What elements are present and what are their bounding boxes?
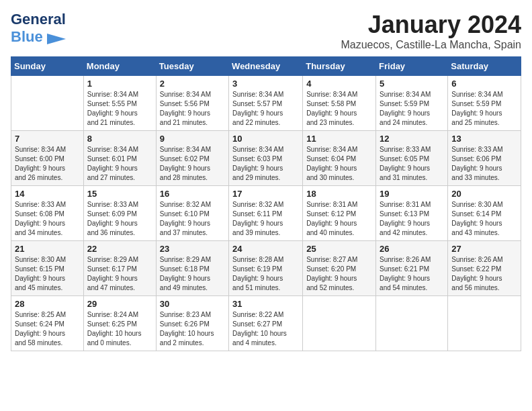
day-info: Sunrise: 8:23 AM Sunset: 6:26 PM Dayligh… — [160, 310, 225, 348]
day-info: Sunrise: 8:34 AM Sunset: 5:59 PM Dayligh… — [451, 90, 517, 128]
calendar-cell: 6Sunrise: 8:34 AM Sunset: 5:59 PM Daylig… — [448, 76, 521, 131]
calendar-cell: 14Sunrise: 8:33 AM Sunset: 6:08 PM Dayli… — [11, 186, 84, 241]
day-number: 21 — [15, 244, 80, 254]
logo-general: General — [11, 11, 66, 28]
day-info: Sunrise: 8:26 AM Sunset: 6:21 PM Dayligh… — [380, 255, 444, 293]
calendar-cell: 26Sunrise: 8:26 AM Sunset: 6:21 PM Dayli… — [376, 241, 448, 296]
calendar-cell: 8Sunrise: 8:34 AM Sunset: 6:01 PM Daylig… — [83, 131, 156, 186]
day-number: 25 — [306, 244, 372, 254]
day-number: 31 — [232, 299, 299, 309]
day-number: 17 — [232, 189, 299, 199]
day-info: Sunrise: 8:31 AM Sunset: 6:13 PM Dayligh… — [380, 200, 444, 238]
day-info: Sunrise: 8:28 AM Sunset: 6:19 PM Dayligh… — [232, 255, 299, 293]
logo: General Blue — [11, 11, 69, 46]
calendar-body: 1Sunrise: 8:34 AM Sunset: 5:55 PM Daylig… — [11, 76, 521, 351]
day-info: Sunrise: 8:32 AM Sunset: 6:11 PM Dayligh… — [232, 200, 299, 238]
calendar-table: SundayMondayTuesdayWednesdayThursdayFrid… — [11, 56, 521, 351]
header-cell-sunday: Sunday — [11, 57, 84, 76]
week-row-3: 21Sunrise: 8:30 AM Sunset: 6:15 PM Dayli… — [11, 241, 521, 296]
calendar-cell: 20Sunrise: 8:30 AM Sunset: 6:14 PM Dayli… — [448, 186, 521, 241]
calendar-header: SundayMondayTuesdayWednesdayThursdayFrid… — [11, 57, 521, 76]
calendar-cell: 31Sunrise: 8:22 AM Sunset: 6:27 PM Dayli… — [229, 296, 303, 351]
day-number: 5 — [380, 79, 444, 89]
calendar-cell: 3Sunrise: 8:34 AM Sunset: 5:57 PM Daylig… — [229, 76, 303, 131]
day-info: Sunrise: 8:34 AM Sunset: 6:02 PM Dayligh… — [160, 145, 225, 183]
header-row: SundayMondayTuesdayWednesdayThursdayFrid… — [11, 57, 521, 76]
svg-marker-0 — [47, 34, 66, 44]
day-number: 20 — [451, 189, 517, 199]
calendar-cell: 16Sunrise: 8:32 AM Sunset: 6:10 PM Dayli… — [156, 186, 228, 241]
week-row-4: 28Sunrise: 8:25 AM Sunset: 6:24 PM Dayli… — [11, 296, 521, 351]
day-number: 27 — [451, 244, 517, 254]
day-number: 11 — [306, 134, 372, 144]
calendar-cell — [11, 76, 84, 131]
day-info: Sunrise: 8:22 AM Sunset: 6:27 PM Dayligh… — [232, 310, 299, 348]
day-info: Sunrise: 8:33 AM Sunset: 6:05 PM Dayligh… — [380, 145, 444, 183]
day-info: Sunrise: 8:26 AM Sunset: 6:22 PM Dayligh… — [451, 255, 517, 293]
calendar-cell: 28Sunrise: 8:25 AM Sunset: 6:24 PM Dayli… — [11, 296, 84, 351]
day-info: Sunrise: 8:34 AM Sunset: 6:03 PM Dayligh… — [232, 145, 299, 183]
day-number: 29 — [87, 299, 152, 309]
header-cell-monday: Monday — [83, 57, 156, 76]
day-info: Sunrise: 8:30 AM Sunset: 6:15 PM Dayligh… — [15, 255, 80, 293]
logo-icon — [47, 32, 69, 46]
day-info: Sunrise: 8:29 AM Sunset: 6:18 PM Dayligh… — [160, 255, 225, 293]
day-info: Sunrise: 8:27 AM Sunset: 6:20 PM Dayligh… — [306, 255, 372, 293]
calendar-cell: 18Sunrise: 8:31 AM Sunset: 6:12 PM Dayli… — [303, 186, 376, 241]
day-number: 13 — [451, 134, 517, 144]
header-cell-tuesday: Tuesday — [156, 57, 228, 76]
calendar-cell: 13Sunrise: 8:33 AM Sunset: 6:06 PM Dayli… — [448, 131, 521, 186]
day-info: Sunrise: 8:34 AM Sunset: 5:57 PM Dayligh… — [232, 90, 299, 128]
day-number: 1 — [87, 79, 152, 89]
header-cell-wednesday: Wednesday — [229, 57, 303, 76]
day-number: 7 — [15, 134, 80, 144]
day-info: Sunrise: 8:34 AM Sunset: 6:04 PM Dayligh… — [306, 145, 372, 183]
day-info: Sunrise: 8:24 AM Sunset: 6:25 PM Dayligh… — [87, 310, 152, 348]
day-number: 10 — [232, 134, 299, 144]
day-info: Sunrise: 8:34 AM Sunset: 5:56 PM Dayligh… — [160, 90, 225, 128]
header-cell-saturday: Saturday — [448, 57, 521, 76]
calendar-cell: 1Sunrise: 8:34 AM Sunset: 5:55 PM Daylig… — [83, 76, 156, 131]
calendar-cell: 4Sunrise: 8:34 AM Sunset: 5:58 PM Daylig… — [303, 76, 376, 131]
day-info: Sunrise: 8:34 AM Sunset: 5:55 PM Dayligh… — [87, 90, 152, 128]
page-header: General Blue January 2024 Mazuecos, Cast… — [11, 11, 521, 51]
day-number: 18 — [306, 189, 372, 199]
title-section: January 2024 Mazuecos, Castille-La Manch… — [341, 11, 521, 51]
calendar-cell: 2Sunrise: 8:34 AM Sunset: 5:56 PM Daylig… — [156, 76, 228, 131]
calendar-cell: 23Sunrise: 8:29 AM Sunset: 6:18 PM Dayli… — [156, 241, 228, 296]
day-number: 16 — [160, 189, 225, 199]
calendar-cell: 19Sunrise: 8:31 AM Sunset: 6:13 PM Dayli… — [376, 186, 448, 241]
day-info: Sunrise: 8:34 AM Sunset: 5:59 PM Dayligh… — [380, 90, 444, 128]
week-row-1: 7Sunrise: 8:34 AM Sunset: 6:00 PM Daylig… — [11, 131, 521, 186]
day-number: 26 — [380, 244, 444, 254]
day-number: 24 — [232, 244, 299, 254]
day-number: 28 — [15, 299, 80, 309]
calendar-cell — [303, 296, 376, 351]
week-row-2: 14Sunrise: 8:33 AM Sunset: 6:08 PM Dayli… — [11, 186, 521, 241]
day-info: Sunrise: 8:33 AM Sunset: 6:09 PM Dayligh… — [87, 200, 152, 238]
calendar-cell — [376, 296, 448, 351]
calendar-cell: 10Sunrise: 8:34 AM Sunset: 6:03 PM Dayli… — [229, 131, 303, 186]
day-number: 9 — [160, 134, 225, 144]
day-info: Sunrise: 8:34 AM Sunset: 6:00 PM Dayligh… — [15, 145, 80, 183]
day-info: Sunrise: 8:34 AM Sunset: 6:01 PM Dayligh… — [87, 145, 152, 183]
day-info: Sunrise: 8:33 AM Sunset: 6:08 PM Dayligh… — [15, 200, 80, 238]
day-number: 12 — [380, 134, 444, 144]
calendar-cell: 9Sunrise: 8:34 AM Sunset: 6:02 PM Daylig… — [156, 131, 228, 186]
logo-blue: Blue — [11, 28, 43, 45]
day-number: 22 — [87, 244, 152, 254]
calendar-cell: 7Sunrise: 8:34 AM Sunset: 6:00 PM Daylig… — [11, 131, 84, 186]
calendar-cell: 25Sunrise: 8:27 AM Sunset: 6:20 PM Dayli… — [303, 241, 376, 296]
calendar-cell: 5Sunrise: 8:34 AM Sunset: 5:59 PM Daylig… — [376, 76, 448, 131]
day-info: Sunrise: 8:31 AM Sunset: 6:12 PM Dayligh… — [306, 200, 372, 238]
day-number: 15 — [87, 189, 152, 199]
day-number: 30 — [160, 299, 225, 309]
day-info: Sunrise: 8:30 AM Sunset: 6:14 PM Dayligh… — [451, 200, 517, 238]
calendar-cell: 27Sunrise: 8:26 AM Sunset: 6:22 PM Dayli… — [448, 241, 521, 296]
day-number: 6 — [451, 79, 517, 89]
day-number: 8 — [87, 134, 152, 144]
calendar-cell: 29Sunrise: 8:24 AM Sunset: 6:25 PM Dayli… — [83, 296, 156, 351]
calendar-subtitle: Mazuecos, Castille-La Mancha, Spain — [341, 39, 521, 51]
day-info: Sunrise: 8:33 AM Sunset: 6:06 PM Dayligh… — [451, 145, 517, 183]
calendar-cell: 30Sunrise: 8:23 AM Sunset: 6:26 PM Dayli… — [156, 296, 228, 351]
